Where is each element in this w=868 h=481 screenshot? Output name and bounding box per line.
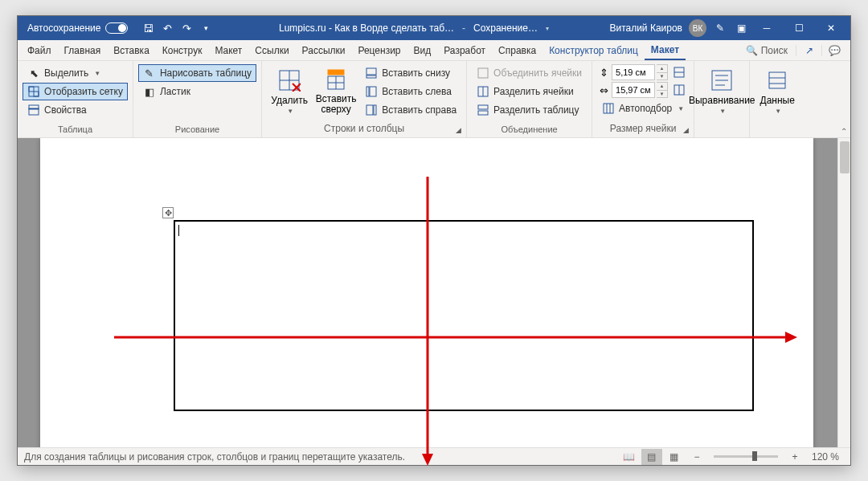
svg-rect-3 [29, 105, 39, 115]
chevron-down-icon: ▼ [287, 108, 293, 115]
user-avatar[interactable]: ВК [689, 19, 706, 37]
insert-above-button[interactable]: Вставить сверху [313, 64, 358, 117]
group-alignment-label [698, 132, 746, 136]
chevron-down-icon: ▼ [775, 108, 781, 115]
delete-table-icon [276, 67, 302, 93]
qat-more-icon[interactable]: ▾ [197, 19, 215, 37]
comments-button[interactable]: 💬 [821, 45, 847, 56]
col-width-spinner[interactable]: ▲▼ [657, 82, 668, 98]
zoom-level[interactable]: 120 % [807, 451, 844, 463]
quick-access-toolbar: 🖫 ↶ ↷ ▾ [134, 19, 219, 37]
insert-right-button[interactable]: Вставить справа [360, 101, 461, 119]
zoom-out-button[interactable]: − [686, 449, 707, 465]
vertical-scrollbar[interactable] [837, 138, 850, 447]
row-height-input[interactable]: 5,19 см [612, 64, 655, 80]
autosave-label: Автосохранение [27, 22, 100, 34]
word-window: Автосохранение 🖫 ↶ ↷ ▾ Lumpics.ru - Как … [17, 15, 851, 466]
page[interactable]: ✥ [40, 138, 813, 447]
tab-layout[interactable]: Макет [208, 40, 248, 60]
properties-button[interactable]: Свойства [23, 101, 128, 119]
tab-file[interactable]: Файл [21, 40, 58, 60]
autofit-label: Автоподбор [619, 103, 672, 114]
redo-icon[interactable]: ↷ [178, 19, 195, 37]
tab-design[interactable]: Конструк [156, 40, 209, 60]
scrollbar-thumb[interactable] [840, 141, 850, 173]
row-height-control: ⇕ 5,19 см ▲▼ [597, 64, 689, 80]
tab-developer[interactable]: Разработ [437, 40, 492, 60]
svg-rect-29 [604, 104, 613, 113]
data-button[interactable]: Данные▼ [755, 64, 800, 117]
col-width-input[interactable]: 15,97 см [612, 82, 655, 98]
draw-table-label: Нарисовать таблицу [160, 67, 252, 79]
collapse-ribbon-icon[interactable]: ⌃ [841, 127, 847, 136]
table-move-handle[interactable]: ✥ [162, 207, 174, 218]
tab-help[interactable]: Справка [492, 40, 542, 60]
split-table-button[interactable]: Разделить таблицу [472, 101, 587, 119]
properties-label: Свойства [44, 104, 87, 116]
view-gridlines-button[interactable]: Отобразить сетку [23, 83, 128, 100]
title-dropdown-icon[interactable]: ▾ [546, 25, 549, 32]
web-layout-icon[interactable]: ▦ [664, 449, 685, 465]
pencil-table-icon: ✎ [143, 67, 156, 79]
autosave-toggle[interactable] [105, 22, 128, 34]
insert-below-label: Вставить снизу [382, 67, 450, 79]
document-area[interactable]: ✥ [18, 138, 850, 447]
select-button[interactable]: ⬉Выделить▼ [23, 64, 128, 82]
drawing-mode-icon[interactable]: ✎ [713, 22, 727, 34]
dialog-launcher-icon[interactable]: ◢ [456, 126, 461, 134]
split-cells-icon [477, 85, 489, 98]
group-table-label: Таблица [21, 123, 129, 136]
svg-rect-20 [478, 68, 488, 78]
svg-rect-11 [328, 70, 344, 75]
ribbon-display-icon[interactable]: ▣ [734, 22, 749, 34]
tab-insert[interactable]: Вставка [107, 40, 156, 60]
dialog-launcher-icon[interactable]: ◢ [683, 126, 689, 134]
eraser-button[interactable]: ◧Ластик [138, 83, 256, 100]
zoom-slider-thumb[interactable] [752, 451, 757, 461]
maximize-button[interactable]: ☐ [783, 16, 815, 40]
zoom-in-button[interactable]: + [784, 449, 805, 465]
insert-left-button[interactable]: Вставить слева [360, 83, 461, 100]
delete-button[interactable]: Удалить▼ [267, 64, 312, 117]
tab-references[interactable]: Ссылки [248, 40, 295, 60]
share-button[interactable]: ↗ [796, 45, 821, 56]
group-alignment: Выравнивание▼ [694, 61, 750, 137]
insert-below-button[interactable]: Вставить снизу [360, 64, 461, 82]
tab-table-layout[interactable]: Макет [645, 40, 686, 60]
svg-rect-24 [478, 111, 488, 115]
tab-review[interactable]: Рецензир [351, 40, 407, 60]
split-cells-label: Разделить ячейки [493, 86, 574, 97]
tab-view[interactable]: Вид [407, 40, 438, 60]
group-rows-cols-label: Строки и столбцы◢ [265, 121, 463, 136]
tab-mailings[interactable]: Рассылки [296, 40, 352, 60]
split-table-icon [477, 104, 489, 116]
split-cells-button[interactable]: Разделить ячейки [472, 83, 587, 100]
draw-table-button[interactable]: ✎Нарисовать таблицу [138, 64, 256, 82]
search-placeholder: Поиск [761, 45, 788, 56]
col-width-control: ⇔ 15,97 см ▲▼ [597, 82, 689, 98]
search-box[interactable]: 🔍 Поиск [738, 45, 796, 56]
print-layout-icon[interactable]: ▤ [641, 449, 662, 465]
alignment-button[interactable]: Выравнивание▼ [699, 64, 744, 117]
tab-home[interactable]: Главная [58, 40, 108, 60]
text-cursor [178, 225, 179, 236]
distribute-rows-icon[interactable] [673, 66, 686, 79]
svg-rect-18 [366, 105, 373, 115]
tab-table-design[interactable]: Конструктор таблиц [542, 40, 645, 60]
split-table-label: Разделить таблицу [493, 104, 579, 116]
close-button[interactable]: ✕ [815, 16, 847, 40]
distribute-cols-icon[interactable] [673, 84, 686, 96]
autofit-button[interactable]: Автоподбор▼ [597, 100, 689, 117]
row-height-spinner[interactable]: ▲▼ [657, 64, 668, 80]
titlebar: Автосохранение 🖫 ↶ ↷ ▾ Lumpics.ru - Как … [18, 16, 850, 40]
read-mode-icon[interactable]: 📖 [619, 449, 640, 465]
insert-above-icon [323, 67, 349, 92]
svg-rect-16 [370, 87, 376, 96]
minimize-button[interactable]: ─ [751, 16, 783, 40]
svg-rect-2 [34, 92, 39, 96]
drawn-table[interactable] [174, 220, 754, 411]
delete-label: Удалить [271, 95, 308, 106]
zoom-slider[interactable] [714, 455, 778, 458]
undo-icon[interactable]: ↶ [158, 19, 176, 37]
save-icon[interactable]: 🖫 [139, 19, 157, 37]
